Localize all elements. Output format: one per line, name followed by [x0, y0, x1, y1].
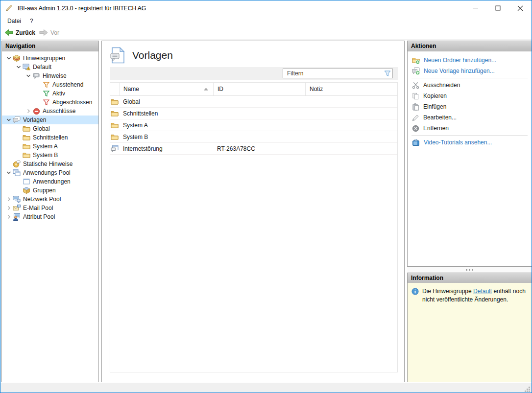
header-icon-column[interactable]	[110, 83, 120, 95]
action-video-tutorials[interactable]: Video-Tutorials ansehen...	[408, 137, 532, 148]
template-icon	[110, 145, 119, 153]
nav-item-label: Default	[33, 64, 51, 70]
nav-item-label: Aktiv	[52, 90, 65, 97]
video-icon	[412, 139, 420, 146]
filter-funnel-icon[interactable]	[383, 70, 392, 77]
groups-icon	[23, 186, 30, 194]
chevron-right-icon[interactable]	[24, 107, 32, 115]
table-row[interactable]: Global	[110, 96, 397, 108]
splitter-dots-icon	[472, 269, 473, 271]
chevron-right-icon[interactable]	[5, 204, 13, 212]
chevron-down-icon[interactable]	[5, 54, 13, 62]
action-new-template[interactable]: Neue Vorlage hinzufügen...	[408, 66, 532, 76]
folder-icon	[110, 98, 119, 106]
column-header-id[interactable]: ID	[214, 83, 306, 95]
maximize-button[interactable]	[486, 0, 509, 16]
column-header-notiz[interactable]: Notiz	[306, 86, 397, 92]
actions-panel-header: Aktionen	[408, 41, 532, 51]
column-label: Name	[123, 86, 139, 92]
nav-item-label: Vorlagen	[23, 116, 46, 123]
action-label: Neue Vorlage hinzufügen...	[424, 68, 495, 74]
nav-item-ausschluesse[interactable]: Ausschlüsse	[2, 107, 98, 116]
chevron-down-icon[interactable]	[5, 116, 13, 124]
forward-button[interactable]: Vor	[39, 29, 59, 36]
action-new-folder[interactable]: Neuen Ordner hinzufügen...	[408, 55, 532, 66]
table-header-row: Name ID Notiz	[110, 83, 397, 96]
nav-item-label: E-Mail Pool	[23, 205, 53, 211]
minimize-button[interactable]	[464, 0, 486, 16]
close-icon	[517, 5, 523, 11]
cell-name: System A	[119, 122, 213, 129]
default-group-link[interactable]: Default	[473, 288, 492, 295]
nav-item-label: Attribut Pool	[23, 213, 55, 220]
nav-item-label: Abgeschlossen	[52, 99, 92, 106]
action-label: Bearbeiten...	[423, 114, 457, 121]
cell-name: Global	[119, 98, 213, 105]
action-edit[interactable]: Bearbeiten...	[408, 112, 532, 123]
filter-input[interactable]	[283, 70, 383, 77]
action-cut[interactable]: Ausschneiden	[408, 80, 532, 91]
nav-item-netzwerk-pool[interactable]: Netzwerk Pool	[2, 195, 98, 204]
table-row[interactable]: Internetstörung RT-263A78CC	[110, 143, 397, 155]
chevron-down-icon[interactable]	[24, 72, 32, 80]
menu-datei[interactable]: Datei	[3, 16, 25, 26]
table-row[interactable]: System B	[110, 131, 397, 143]
panel-splitter[interactable]	[407, 267, 532, 273]
nav-item-vorlagen[interactable]: Vorlagen	[2, 116, 98, 124]
nav-item-hinweisgruppen[interactable]: Hinweisgruppen	[2, 54, 98, 63]
cut-icon	[412, 82, 419, 89]
chevron-right-icon[interactable]	[5, 195, 13, 203]
templates-page-icon	[110, 47, 125, 64]
chevron-down-icon[interactable]	[15, 63, 23, 71]
back-icon	[4, 29, 13, 36]
nav-item-abgeschlossen[interactable]: Abgeschlossen	[2, 98, 98, 107]
nav-item-label: Ausschlüsse	[43, 108, 75, 115]
nav-item-label: Global	[33, 125, 50, 132]
nav-item-label: Anwendungen	[33, 178, 71, 185]
chevron-right-icon[interactable]	[5, 213, 13, 221]
nav-item-schnittstellen[interactable]: Schnittstellen	[2, 133, 98, 142]
nav-item-anwendungen[interactable]: Anwendungen	[2, 177, 98, 186]
menu-help[interactable]: ?	[25, 16, 38, 26]
nav-item-default[interactable]: Default	[2, 63, 98, 71]
nav-item-statische-hinweise[interactable]: Statische Hinweise	[2, 160, 98, 168]
action-label: Entfernen	[423, 125, 449, 132]
chevron-down-icon[interactable]	[5, 169, 13, 177]
folder-icon	[23, 151, 30, 159]
action-paste[interactable]: Einfügen	[408, 101, 532, 112]
maximize-icon	[495, 5, 501, 11]
nav-item-global[interactable]: Global	[2, 124, 98, 133]
nav-item-system-a[interactable]: System A	[2, 142, 98, 151]
action-label: Neuen Ordner hinzufügen...	[424, 57, 496, 64]
table-row[interactable]: Schnittstellen	[110, 108, 397, 119]
resize-grip-icon[interactable]	[524, 386, 531, 393]
nav-item-email-pool[interactable]: E-Mail Pool	[2, 204, 98, 212]
folder-icon	[23, 125, 30, 133]
nav-item-gruppen[interactable]: Gruppen	[2, 186, 98, 195]
title-bar[interactable]: IBI-aws Admin 1.23.0 - registriert für I…	[0, 0, 532, 16]
back-button[interactable]: Zurück	[4, 29, 35, 36]
action-label: Video-Tutorials ansehen...	[424, 139, 492, 146]
nav-item-label: Anwendungs Pool	[23, 169, 71, 176]
nav-item-attribut-pool[interactable]: Attribut Pool	[2, 212, 98, 221]
folder-icon	[23, 134, 30, 141]
nav-item-aktiv[interactable]: Aktiv	[2, 89, 98, 98]
app-window: IBI-aws Admin 1.23.0 - registriert für I…	[0, 0, 532, 393]
nav-item-label: Ausstehend	[52, 81, 83, 88]
action-remove[interactable]: Entfernen	[408, 123, 532, 134]
info-icon	[411, 288, 419, 295]
action-copy[interactable]: Kopieren	[408, 91, 532, 101]
nav-item-anwendungs-pool[interactable]: Anwendungs Pool	[2, 168, 98, 177]
nav-item-hinweise[interactable]: Hinweise	[2, 71, 98, 80]
remove-icon	[412, 125, 419, 132]
new-template-icon	[412, 67, 420, 75]
column-header-name[interactable]: Name	[120, 83, 214, 95]
nav-item-system-b[interactable]: System B	[2, 151, 98, 160]
folder-icon	[110, 133, 119, 141]
filter-completed-icon	[42, 98, 50, 106]
close-button[interactable]	[509, 0, 532, 16]
nav-item-label: System B	[33, 152, 58, 159]
window-controls	[464, 0, 532, 16]
table-row[interactable]: System A	[110, 119, 397, 131]
nav-item-ausstehend[interactable]: Ausstehend	[2, 80, 98, 89]
